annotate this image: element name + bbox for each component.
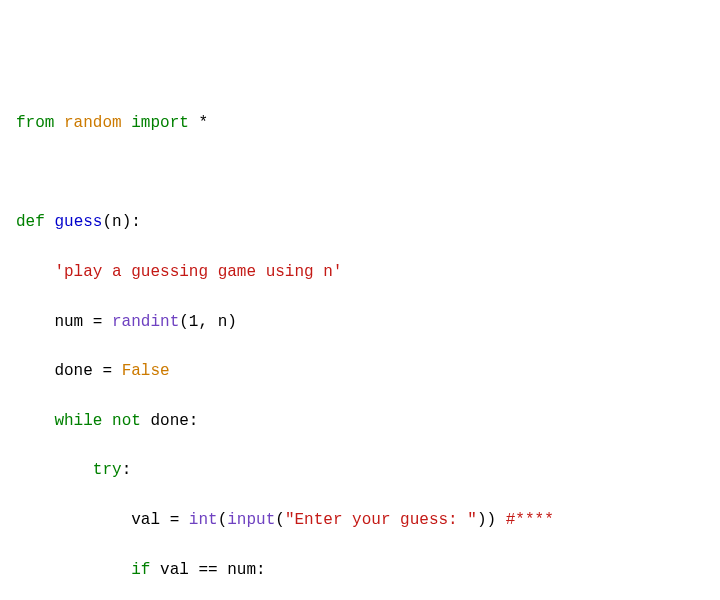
keyword-def: def (16, 213, 45, 231)
call-randint: randint (112, 313, 179, 331)
call-input: input (227, 511, 275, 529)
comment: #**** (506, 511, 554, 529)
args: (1, n) (179, 313, 237, 331)
keyword-import: import (131, 114, 189, 132)
code-line: num = randint(1, n) (16, 310, 704, 335)
cond: val == num: (150, 561, 265, 579)
bool-false: False (122, 362, 170, 380)
code-line: if val == num: (16, 558, 704, 583)
code-line: 'play a guessing game using n' (16, 260, 704, 285)
assign: done = (54, 362, 121, 380)
code-line: try: (16, 458, 704, 483)
params: (n): (102, 213, 140, 231)
cond: done: (141, 412, 199, 430)
assign: num = (54, 313, 112, 331)
wildcard: * (198, 114, 208, 132)
colon: : (122, 461, 132, 479)
keyword-while: while (54, 412, 102, 430)
assign: val = (131, 511, 189, 529)
keyword-not: not (112, 412, 141, 430)
keyword-try: try (93, 461, 122, 479)
string-literal: "Enter your guess: " (285, 511, 477, 529)
code-line: from random import * (16, 111, 704, 136)
keyword-from: from (16, 114, 54, 132)
call-int: int (189, 511, 218, 529)
code-line: done = False (16, 359, 704, 384)
code-line: while not done: (16, 409, 704, 434)
code-line-blank (16, 161, 704, 186)
docstring: 'play a guessing game using n' (54, 263, 342, 281)
code-line: def guess(n): (16, 210, 704, 235)
function-name: guess (54, 213, 102, 231)
code-line: val = int(input("Enter your guess: ")) #… (16, 508, 704, 533)
keyword-if: if (131, 561, 150, 579)
module-name: random (64, 114, 122, 132)
code-block: from random import * def guess(n): 'play… (16, 111, 704, 600)
